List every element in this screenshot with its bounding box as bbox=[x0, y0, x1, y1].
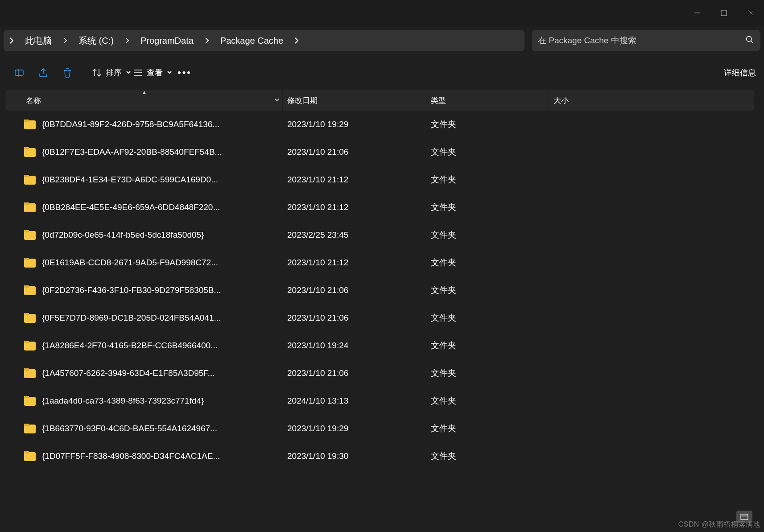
table-row[interactable]: {0B7DDA91-89F2-426D-9758-BC9A5F64136... … bbox=[6, 111, 754, 138]
table-row[interactable]: {0F5E7D7D-8969-DC1B-205D-024FB54A041... … bbox=[6, 304, 754, 332]
folder-icon bbox=[24, 230, 36, 240]
item-name: {0B7DDA91-89F2-426D-9758-BC9A5F64136... bbox=[42, 120, 219, 129]
folder-icon bbox=[24, 396, 36, 406]
item-type: 文件夹 bbox=[426, 340, 549, 351]
details-label[interactable]: 详细信息 bbox=[724, 67, 756, 78]
svg-rect-4 bbox=[741, 514, 748, 520]
column-date-label: 修改日期 bbox=[287, 95, 318, 106]
chevron-down-icon bbox=[126, 70, 131, 76]
svg-rect-2 bbox=[15, 70, 23, 75]
chevron-right-icon[interactable] bbox=[199, 37, 215, 44]
table-header: ▲ 名称 修改日期 类型 大小 bbox=[6, 90, 754, 111]
folder-icon bbox=[24, 424, 36, 433]
chevron-right-icon[interactable] bbox=[119, 37, 135, 44]
breadcrumb[interactable]: 此电脑 系统 (C:) ProgramData Package Cache bbox=[4, 30, 524, 51]
table-row[interactable]: {1B663770-93F0-4C6D-BAE5-554A1624967... … bbox=[6, 415, 754, 442]
item-type: 文件夹 bbox=[426, 450, 549, 462]
item-date: 2023/1/10 19:29 bbox=[283, 424, 426, 433]
table-row[interactable]: {0d72b09c-0e65-414f-b5ed-5dc18fa50d05} 2… bbox=[6, 221, 754, 249]
item-type: 文件夹 bbox=[426, 285, 549, 296]
table-row[interactable]: {0E1619AB-CCD8-2671-9AD5-F9AD998C72... 2… bbox=[6, 249, 754, 276]
watermark-text: CSDN @秋雨梧桐落满地 bbox=[678, 520, 760, 529]
column-header-type[interactable]: 类型 bbox=[426, 90, 549, 111]
folder-icon bbox=[24, 202, 36, 212]
table-row[interactable]: {0B238DF4-1E34-E73D-A6DC-599CA169D0... 2… bbox=[6, 166, 754, 194]
column-dropdown-icon[interactable] bbox=[274, 96, 280, 105]
share-button[interactable] bbox=[32, 62, 54, 83]
folder-icon bbox=[24, 451, 36, 461]
item-date: 2023/1/10 19:29 bbox=[283, 120, 426, 129]
minimize-button[interactable] bbox=[684, 1, 710, 25]
column-header-date[interactable]: 修改日期 bbox=[283, 90, 426, 111]
svg-rect-0 bbox=[721, 10, 727, 16]
chevron-right-icon[interactable] bbox=[289, 37, 305, 44]
table-row[interactable]: {0BB284EE-4E5E-49E6-659A-6DD4848F220... … bbox=[6, 194, 754, 221]
breadcrumb-item[interactable]: 系统 (C:) bbox=[73, 35, 119, 47]
column-name-label: 名称 bbox=[26, 95, 41, 106]
item-name: {0F2D2736-F436-3F10-FB30-9D279F58305B... bbox=[42, 285, 221, 295]
window-controls bbox=[684, 1, 764, 25]
item-date: 2023/1/10 21:12 bbox=[283, 202, 426, 212]
item-type: 文件夹 bbox=[426, 202, 549, 213]
maximize-button[interactable] bbox=[710, 1, 737, 25]
toolbar-separator bbox=[85, 65, 85, 81]
item-name: {0F5E7D7D-8969-DC1B-205D-024FB54A041... bbox=[42, 313, 221, 323]
toolbar: 排序 查看 ••• 详细信息 bbox=[0, 55, 764, 90]
column-type-label: 类型 bbox=[431, 95, 446, 106]
folder-icon bbox=[24, 285, 36, 295]
item-name: {1D07FF5F-F838-4908-8300-D34FC4AC1AE... bbox=[42, 451, 220, 461]
rename-button[interactable] bbox=[8, 62, 30, 83]
search-icon[interactable] bbox=[745, 35, 754, 46]
table-row[interactable]: {1aada4d0-ca73-4389-8f63-73923c771fd4} 2… bbox=[6, 387, 754, 415]
item-name: {1A8286E4-2F70-4165-B2BF-CC6B4966400... bbox=[42, 341, 218, 351]
item-date: 2023/1/10 21:06 bbox=[283, 313, 426, 323]
breadcrumb-root-chevron-icon[interactable] bbox=[4, 37, 20, 44]
folder-icon bbox=[24, 341, 36, 351]
item-date: 2023/2/25 23:45 bbox=[283, 230, 426, 240]
chevron-right-icon[interactable] bbox=[57, 37, 73, 44]
close-button[interactable] bbox=[737, 1, 764, 25]
folder-icon bbox=[24, 175, 36, 185]
item-type: 文件夹 bbox=[426, 174, 549, 186]
item-date: 2023/1/10 21:06 bbox=[283, 285, 426, 295]
delete-button[interactable] bbox=[56, 62, 78, 83]
column-header-size[interactable]: 大小 bbox=[549, 90, 631, 111]
sort-label: 排序 bbox=[106, 67, 122, 78]
nav-row: 此电脑 系统 (C:) ProgramData Package Cache bbox=[0, 26, 764, 55]
table-row[interactable]: {1D07FF5F-F838-4908-8300-D34FC4AC1AE... … bbox=[6, 442, 754, 470]
item-date: 2023/1/10 21:12 bbox=[283, 175, 426, 185]
table-row[interactable]: {1A457607-6262-3949-63D4-E1F85A3D95F... … bbox=[6, 359, 754, 387]
breadcrumb-item[interactable]: 此电脑 bbox=[20, 35, 57, 47]
new-tab-button[interactable] bbox=[7, 4, 30, 22]
search-box[interactable] bbox=[532, 30, 760, 51]
sort-button[interactable]: 排序 bbox=[91, 62, 131, 83]
view-button[interactable]: 查看 bbox=[132, 62, 172, 83]
chevron-down-icon bbox=[167, 70, 172, 76]
breadcrumb-item[interactable]: Package Cache bbox=[215, 36, 289, 46]
svg-point-1 bbox=[747, 36, 752, 41]
column-header-name[interactable]: ▲ 名称 bbox=[6, 90, 283, 111]
more-button[interactable]: ••• bbox=[173, 62, 196, 83]
folder-icon bbox=[24, 313, 36, 323]
table-row[interactable]: {1A8286E4-2F70-4165-B2BF-CC6B4966400... … bbox=[6, 332, 754, 359]
item-name: {0d72b09c-0e65-414f-b5ed-5dc18fa50d05} bbox=[42, 230, 204, 240]
table-row[interactable]: {0F2D2736-F436-3F10-FB30-9D279F58305B...… bbox=[6, 276, 754, 304]
item-type: 文件夹 bbox=[426, 229, 549, 241]
column-size-label: 大小 bbox=[553, 95, 569, 106]
item-name: {0B12F7E3-EDAA-AF92-20BB-88540FEF54B... bbox=[42, 147, 222, 157]
item-name: {0BB284EE-4E5E-49E6-659A-6DD4848F220... bbox=[42, 202, 220, 212]
item-name: {1B663770-93F0-4C6D-BAE5-554A1624967... bbox=[42, 424, 217, 433]
file-list[interactable]: {0B7DDA91-89F2-426D-9758-BC9A5F64136... … bbox=[6, 111, 754, 532]
item-name: {0E1619AB-CCD8-2671-9AD5-F9AD998C72... bbox=[42, 258, 218, 268]
item-type: 文件夹 bbox=[426, 423, 549, 434]
folder-icon bbox=[24, 368, 36, 378]
item-type: 文件夹 bbox=[426, 146, 549, 158]
item-date: 2023/1/10 21:06 bbox=[283, 368, 426, 378]
breadcrumb-item[interactable]: ProgramData bbox=[135, 36, 199, 46]
item-date: 2023/1/10 21:06 bbox=[283, 147, 426, 157]
item-date: 2024/1/10 13:13 bbox=[283, 396, 426, 406]
item-type: 文件夹 bbox=[426, 119, 549, 130]
search-input[interactable] bbox=[538, 36, 745, 45]
table-row[interactable]: {0B12F7E3-EDAA-AF92-20BB-88540FEF54B... … bbox=[6, 138, 754, 166]
title-bar bbox=[0, 0, 764, 26]
